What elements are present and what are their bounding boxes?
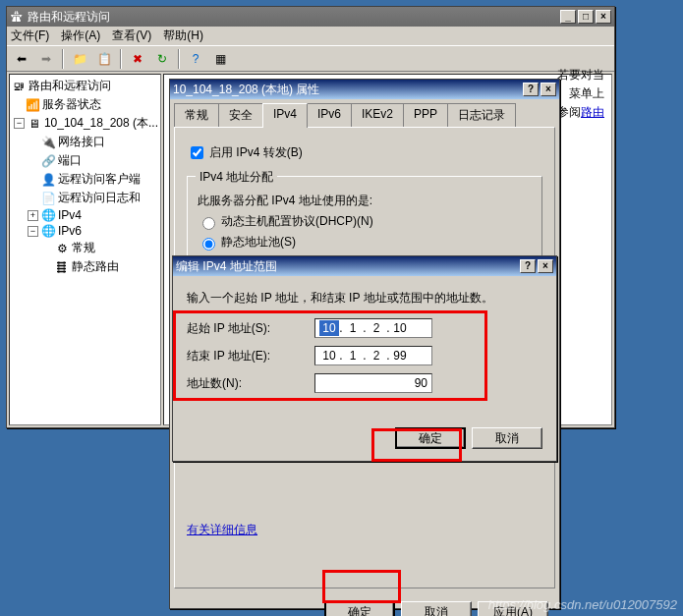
collapse-icon[interactable]: − [14,118,25,129]
end-ip-label: 结束 IP 地址(E): [187,348,314,364]
tab-logging[interactable]: 日志记录 [447,103,516,127]
dlg-instruction: 输入一个起始 IP 地址，和结束 IP 地址或范围中的地址数。 [187,290,542,307]
dlg-body: 输入一个起始 IP 地址，和结束 IP 地址或范围中的地址数。 起始 IP 地址… [173,276,556,415]
route-icon: 🛤 [55,260,69,274]
menu-view[interactable]: 查看(V) [112,28,151,44]
tab-strip: 常规 安全 IPv4 IPv6 IKEv2 PPP 日志记录 [174,103,555,127]
app-icon: 🛣 [10,10,24,24]
menubar: 文件(F) 操作(A) 查看(V) 帮助(H) [7,27,614,46]
tab-security[interactable]: 安全 [218,103,263,127]
content-text: 参阅路由 [557,103,604,122]
start-ip-input[interactable]: . . . [314,318,432,338]
interface-icon: 🔌 [41,136,55,149]
toolbar-separator [178,49,180,69]
server-icon: 🖥 [28,117,41,131]
close-button[interactable]: × [541,83,556,96]
content-text: 菜单上 [557,84,604,103]
tree-item[interactable]: 🔌网络接口 [12,133,158,151]
up-button[interactable]: 📁 [69,48,90,70]
toolbar-separator [62,49,64,69]
help-button[interactable]: ? [520,259,536,273]
ip-octet[interactable] [367,348,386,364]
end-ip-input[interactable]: . . . [314,346,432,365]
minimize-button[interactable]: _ [560,10,576,24]
tree-item[interactable]: 📄远程访问日志和 [12,189,158,207]
close-button[interactable]: × [596,10,611,24]
toolbar-separator [120,49,122,69]
log-icon: 📄 [41,192,55,205]
tree-view[interactable]: 🖳路由和远程访问 📶服务器状态 −🖥10_104_18_208 (本... 🔌网… [9,74,161,425]
ipv6-icon: 🌐 [41,224,55,238]
close-button[interactable]: × [538,259,553,273]
content-text: 若要对当 [557,74,604,84]
general-icon: ⚙ [55,242,69,255]
radio-static[interactable] [202,238,215,251]
menu-action[interactable]: 操作(A) [61,28,100,44]
expand-icon[interactable]: + [28,210,38,221]
ip-octet[interactable] [390,348,410,364]
delete-button[interactable]: ✖ [127,48,148,70]
help-button[interactable]: ? [523,83,539,96]
prop-title: 10_104_18_208 (本地) 属性 [173,82,521,98]
tab-ipv6[interactable]: IPv6 [307,103,352,127]
dlg-titlebar: 编辑 IPv4 地址范围 ? × [173,256,556,276]
tree-item[interactable]: 👤远程访问客户端 [12,170,158,189]
start-ip-label: 起始 IP 地址(S): [187,320,314,337]
address-assignment-group: 此服务器分配 IPv4 地址使用的是: 动态主机配置协议(DHCP)(N) 静态… [187,176,542,265]
routing-link[interactable]: 路由 [581,105,604,119]
radio-static-label: 静态地址池(S) [221,234,296,251]
server-icon: 🖳 [12,80,26,93]
tab-ppp[interactable]: PPP [403,103,448,127]
forward-checkbox-row: 启用 IPv4 转发(B) [187,143,542,162]
tree-root[interactable]: 🖳路由和远程访问 [12,77,158,95]
edit-range-dialog: 编辑 IPv4 地址范围 ? × 输入一个起始 IP 地址，和结束 IP 地址或… [172,255,557,462]
extra-button[interactable]: ▦ [209,48,231,70]
properties-button[interactable]: 📋 [93,48,115,70]
main-titlebar: 🛣 路由和远程访问 _ □ × [7,7,614,27]
enable-forward-label: 启用 IPv4 转发(B) [209,144,303,161]
cancel-button[interactable]: 取消 [401,601,472,616]
dlg-cancel-button[interactable]: 取消 [472,427,542,449]
tree-ipv4[interactable]: +🌐IPv4 [12,207,158,223]
apply-button[interactable]: 应用(A) [478,601,548,616]
enable-forward-checkbox[interactable] [191,146,203,159]
tree-item[interactable]: 🔗端口 [12,151,158,170]
ip-octet[interactable] [319,320,339,336]
ip-octet[interactable] [343,348,363,364]
radio-dhcp-label: 动态主机配置协议(DHCP)(N) [221,213,373,230]
ip-octet[interactable] [367,320,386,336]
ip-octet[interactable] [343,320,363,336]
radio-dhcp[interactable] [202,217,215,230]
tree-item[interactable]: ⚙常规 [12,239,158,257]
menu-file[interactable]: 文件(F) [11,28,49,44]
refresh-button[interactable]: ↻ [151,48,173,70]
status-icon: 📶 [26,98,39,112]
menu-help[interactable]: 帮助(H) [163,28,203,44]
more-info-link[interactable]: 有关详细信息 [187,523,257,536]
back-button[interactable]: ⬅ [11,48,32,70]
toolbar: ⬅ ➡ 📁 📋 ✖ ↻ ? ▦ [7,46,614,72]
forward-button[interactable]: ➡ [35,48,57,70]
prop-titlebar: 10_104_18_208 (本地) 属性 ? × [170,80,559,99]
count-label: 地址数(N): [187,375,314,392]
ok-button[interactable]: 确定 [324,601,395,616]
client-icon: 👤 [41,173,55,187]
tab-general[interactable]: 常规 [174,103,219,127]
tree-server[interactable]: −🖥10_104_18_208 (本... [12,114,158,133]
dlg-ok-button[interactable]: 确定 [395,427,466,449]
help-button[interactable]: ? [185,48,206,70]
group-desc: 此服务器分配 IPv4 地址使用的是: [198,193,532,209]
main-title: 路由和远程访问 [28,9,558,26]
collapse-icon[interactable]: − [28,226,38,237]
tree-ipv6[interactable]: −🌐IPv6 [12,223,158,239]
tab-ikev2[interactable]: IKEv2 [351,103,404,127]
tab-ipv4[interactable]: IPv4 [262,103,308,128]
count-input[interactable] [314,373,432,393]
maximize-button[interactable]: □ [578,10,594,24]
port-icon: 🔗 [41,154,55,168]
tree-status[interactable]: 📶服务器状态 [12,95,158,114]
ip-octet[interactable] [390,320,410,336]
ip-octet[interactable] [319,348,339,364]
tree-item[interactable]: 🛤静态路由 [12,257,158,276]
dlg-title: 编辑 IPv4 地址范围 [176,258,518,275]
